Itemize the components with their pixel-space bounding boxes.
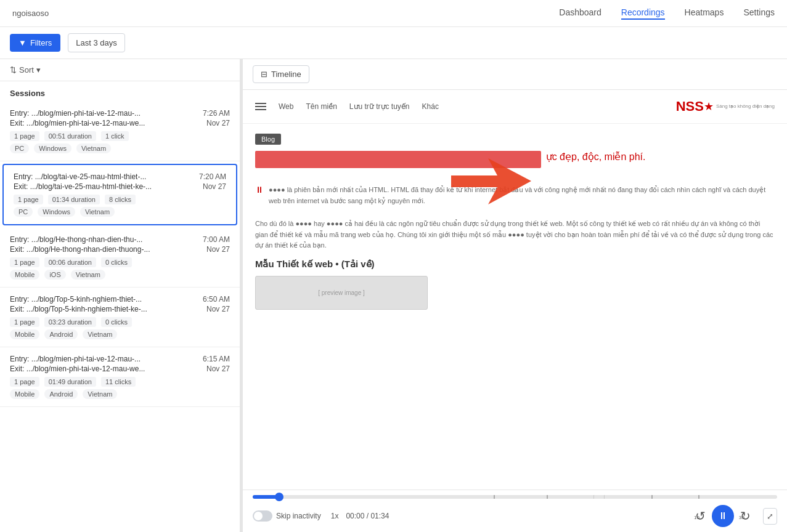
device-tag: Mobile xyxy=(10,389,39,399)
nav-heatmaps[interactable]: Heatmaps xyxy=(685,7,724,20)
session-entry: Entry: .../blog/mien-phi-tai-ve-12-mau-.… xyxy=(10,109,141,118)
os-tag: Windows xyxy=(34,143,71,153)
duration-badge: 01:34 duration xyxy=(48,195,100,204)
session-card[interactable]: Entry: .../blog/mien-phi-tai-ve-12-mau-.… xyxy=(0,102,240,161)
pages-badge: 1 page xyxy=(10,131,39,141)
session-entry: Entry: .../blog/He-thong-nhan-dien-thu-.… xyxy=(10,235,142,244)
hamburger-icon xyxy=(255,103,266,110)
clicks-badge: 1 click xyxy=(101,131,129,141)
nav-settings[interactable]: Settings xyxy=(743,7,775,20)
expand-icon: ⤢ xyxy=(767,512,773,521)
session-card[interactable]: Entry: .../blog/tai-ve-25-mau-html-thiet… xyxy=(2,164,237,225)
main-nav: Dashboard Recordings Heatmaps Settings xyxy=(559,7,775,20)
clicks-badge: 0 clicks xyxy=(101,317,132,327)
sessions-list: Sessions Entry: .../blog/mien-phi-tai-ve… xyxy=(0,81,240,532)
date-range-button[interactable]: Last 3 days xyxy=(68,33,125,52)
nav-hosting: Lưu trữ trực tuyến xyxy=(349,102,410,111)
preview-image-placeholder: [ preview image ] xyxy=(255,276,428,310)
os-tag: Android xyxy=(44,329,78,339)
session-date: Nov 27 xyxy=(203,182,226,191)
country-tag: Vietnam xyxy=(76,143,111,153)
nav-recordings[interactable]: Recordings xyxy=(621,7,665,20)
duration-badge: 00:51 duration xyxy=(44,131,96,141)
session-exit: Exit: .../blog/He-thong-nhan-dien-thuong… xyxy=(10,245,150,254)
rewind-button[interactable]: ↺ 10 xyxy=(695,509,706,523)
forward-button[interactable]: ↻ 30 xyxy=(740,509,751,523)
pages-badge: 1 page xyxy=(14,195,43,204)
country-tag: Vietnam xyxy=(83,389,117,399)
top-nav: ngoisaoso Dashboard Recordings Heatmaps … xyxy=(0,0,787,27)
playback-controls: ↺ 10 ⏸ ↻ 30 xyxy=(695,505,751,527)
site-title: ực đẹp, độc, miễn phí. xyxy=(546,151,646,163)
session-time: 6:50 AM xyxy=(203,295,230,304)
pages-badge: 1 page xyxy=(10,377,39,387)
site-content: Blog ực đẹp, độc, miễn phí. ⏸ ●●●● là ph… xyxy=(243,124,787,320)
sort-button[interactable]: ⇅ Sort ▾ xyxy=(10,65,41,75)
section-title: Mẫu Thiết kế web • (Tải về) xyxy=(255,259,775,270)
session-exit: Exit: .../blog/mien-phi-tai-ve-12-mau-we… xyxy=(10,119,145,127)
toolbar: ▼ Filters Last 3 days xyxy=(0,27,787,59)
right-panel: ⊟ Timeline Web Tên miền Lưu trữ trực tuy… xyxy=(243,59,787,532)
website-mock: Web Tên miền Lưu trữ trực tuyến Khác NSS… xyxy=(243,90,787,490)
progress-marker xyxy=(593,495,594,499)
duration-badge: 00:06 duration xyxy=(44,257,96,267)
timeline-bar: ⊟ Timeline xyxy=(243,59,787,90)
os-tag: iOS xyxy=(44,270,65,280)
site-nav: Web Tên miền Lưu trữ trực tuyến Khác xyxy=(279,102,439,111)
session-time: 6:15 AM xyxy=(203,355,230,363)
redacted-bar xyxy=(255,151,541,168)
session-card[interactable]: Entry: .../blog/mien-phi-tai-ve-12-mau-.… xyxy=(0,347,240,407)
session-time: 7:00 AM xyxy=(203,235,230,244)
session-date: Nov 27 xyxy=(206,119,230,127)
preview-area: Web Tên miền Lưu trữ trực tuyến Khác NSS… xyxy=(243,90,787,490)
session-card[interactable]: Entry: .../blog/Top-5-kinh-nghiem-thiet-… xyxy=(0,288,240,347)
sort-icon: ⇅ xyxy=(10,65,17,75)
device-tag: Mobile xyxy=(10,270,39,280)
pages-badge: 1 page xyxy=(10,317,39,327)
country-tag: Vietnam xyxy=(71,270,105,280)
session-exit: Exit: .../blog/mien-phi-tai-ve-12-mau-we… xyxy=(10,365,145,373)
nav-web: Web xyxy=(279,102,293,111)
skip-toggle[interactable] xyxy=(253,510,272,522)
clicks-badge: 0 clicks xyxy=(101,257,132,267)
expand-button[interactable]: ⤢ xyxy=(763,508,777,525)
session-date: Nov 27 xyxy=(206,365,230,373)
progress-marker xyxy=(604,495,605,499)
device-tag: PC xyxy=(14,207,33,217)
country-tag: Vietnam xyxy=(80,207,115,217)
duration-badge: 03:23 duration xyxy=(44,317,96,327)
speed-display[interactable]: 1x xyxy=(331,512,339,520)
time-display: 00:00 / 01:34 xyxy=(346,512,389,520)
skip-label: Skip inactivity xyxy=(276,512,321,520)
nav-other: Khác xyxy=(422,102,439,111)
timeline-button[interactable]: ⊟ Timeline xyxy=(253,65,309,83)
filter-icon: ▼ xyxy=(18,38,27,47)
pages-badge: 1 page xyxy=(10,257,39,267)
progress-marker xyxy=(651,495,653,499)
session-time: 7:20 AM xyxy=(199,172,226,181)
session-time: 7:26 AM xyxy=(203,109,230,118)
sessions-heading: Sessions xyxy=(0,81,240,102)
nav-dashboard[interactable]: Dashboard xyxy=(559,7,601,20)
session-date: Nov 27 xyxy=(206,245,230,254)
duration-badge: 01:49 duration xyxy=(44,377,96,387)
session-card[interactable]: Entry: .../blog/He-thong-nhan-dien-thu-.… xyxy=(0,228,240,288)
os-tag: Android xyxy=(44,389,78,399)
progress-marker xyxy=(698,495,699,499)
nav-domain: Tên miền xyxy=(306,102,336,111)
filters-button[interactable]: ▼ Filters xyxy=(10,34,60,52)
pause-button[interactable]: ⏸ xyxy=(712,505,734,527)
session-exit: Exit: .../blog/tai-ve-25-mau-html-thiet-… xyxy=(14,182,152,191)
session-entry: Entry: .../blog/tai-ve-25-mau-html-thiet… xyxy=(14,172,146,181)
progress-marker xyxy=(547,495,548,499)
clicks-badge: 8 clicks xyxy=(105,195,136,204)
skip-inactivity-control: Skip inactivity xyxy=(253,510,321,522)
timeline-icon: ⊟ xyxy=(261,70,267,79)
site-desc-1: ●●●● là phiên bản mới nhất của HTML. HTM… xyxy=(269,185,775,206)
sort-chevron-icon: ▾ xyxy=(36,65,41,75)
progress-dot[interactable] xyxy=(275,493,283,501)
session-date: Nov 27 xyxy=(206,305,230,313)
controls-row: Skip inactivity 1x 00:00 / 01:34 ↺ 10 ⏸ xyxy=(253,505,777,527)
session-entry: Entry: .../blog/Top-5-kinh-nghiem-thiet-… xyxy=(10,295,142,304)
progress-track[interactable] xyxy=(253,495,777,499)
